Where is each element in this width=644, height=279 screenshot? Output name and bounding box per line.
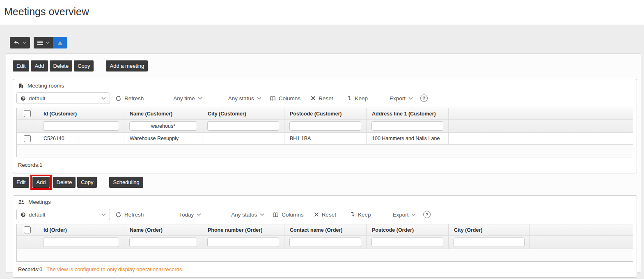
column-header[interactable]: Contact name (Order) <box>284 224 367 235</box>
column-header-empty <box>449 108 633 119</box>
add-button[interactable]: Add <box>32 177 49 188</box>
keep-button[interactable]: Keep <box>350 212 371 218</box>
x-icon <box>314 212 319 217</box>
refresh-button[interactable]: Refresh <box>115 95 144 101</box>
records-bar: Records:1 <box>13 157 637 173</box>
panel-title: Meetings <box>28 199 51 205</box>
meeting-rooms-grid: Id (Customer) Name (Customer) City (Cust… <box>16 108 633 157</box>
operational-records-notice: The view is configured to only display o… <box>46 266 183 272</box>
delete-button[interactable]: Delete <box>50 60 73 71</box>
column-header[interactable]: Address line 1 (Customer) <box>367 108 449 119</box>
column-header[interactable]: City (Customer) <box>202 108 284 119</box>
meetings-grid: Id (Order) Name (Order) Phone number (Or… <box>16 224 633 262</box>
globe-icon <box>21 96 26 101</box>
status-filter-dropdown[interactable]: Any status <box>231 212 264 218</box>
cell-name: Warehouse Resupply <box>124 133 202 144</box>
scheduling-button[interactable]: Scheduling <box>109 177 143 188</box>
menu-button[interactable] <box>34 37 53 48</box>
column-header[interactable]: Id (Customer) <box>38 108 124 119</box>
arrow-down-icon <box>350 212 355 217</box>
meetings-overview-panel: Edit Add Delete Copy Add a meeting Meeti… <box>6 53 641 273</box>
alerts-button[interactable] <box>53 37 67 48</box>
id-order-filter-input[interactable] <box>43 237 119 247</box>
add-a-meeting-button[interactable]: Add a meeting <box>106 60 148 71</box>
x-icon <box>311 96 316 101</box>
city-order-filter-input[interactable] <box>454 237 525 247</box>
select-all-checkbox[interactable] <box>24 226 31 233</box>
help-button[interactable]: ? <box>423 211 431 218</box>
export-dropdown[interactable]: Export <box>392 212 416 218</box>
chevron-down-icon <box>101 213 106 216</box>
view-select-value: default <box>29 212 99 218</box>
book-open-icon <box>273 212 279 217</box>
question-circle-icon: ? <box>423 211 431 218</box>
reset-button[interactable]: Reset <box>311 95 333 101</box>
hamburger-icon <box>37 40 43 45</box>
edit-button[interactable]: Edit <box>13 60 29 71</box>
columns-button[interactable]: Columns <box>270 95 300 101</box>
question-circle-icon: ? <box>420 95 428 102</box>
table-row[interactable]: C526140 Warehouse Resupply BH1 1BA 100 H… <box>17 133 633 145</box>
meetings-header: Meetings <box>13 196 637 208</box>
arrow-down-icon <box>346 95 352 101</box>
column-header[interactable]: Phone number (Order) <box>202 224 284 235</box>
chevron-down-icon <box>46 42 49 44</box>
select-all-cell <box>17 224 38 235</box>
columns-button[interactable]: Columns <box>273 212 303 218</box>
cell-address: 100 Hammers and Nails Lane <box>367 133 449 144</box>
filter-row <box>17 120 633 133</box>
undo-button[interactable] <box>10 37 30 48</box>
chevron-down-icon <box>408 97 413 100</box>
postcode-customer-filter-input[interactable] <box>289 121 361 131</box>
chevron-down-icon <box>23 42 26 44</box>
time-filter-dropdown[interactable]: Today <box>179 212 201 218</box>
postcode-order-filter-input[interactable] <box>371 237 443 247</box>
reset-button[interactable]: Reset <box>314 212 336 218</box>
select-all-cell <box>17 108 38 119</box>
refresh-icon <box>115 212 121 218</box>
column-header[interactable]: City (Order) <box>449 224 530 235</box>
header-row: Id (Customer) Name (Customer) City (Cust… <box>17 108 633 120</box>
column-header[interactable]: Postcode (Customer) <box>284 108 367 119</box>
page-title: Meetings overview <box>0 0 644 18</box>
chevron-down-icon <box>257 97 261 100</box>
address-customer-filter-input[interactable] <box>371 121 443 131</box>
add-button[interactable]: Add <box>31 60 48 71</box>
column-header[interactable]: Name (Customer) <box>124 108 202 119</box>
status-filter-dropdown[interactable]: Any status <box>228 95 261 101</box>
keep-button[interactable]: Keep <box>346 95 368 101</box>
view-select[interactable]: default <box>16 209 110 220</box>
cell-postcode: BH1 1BA <box>284 133 367 144</box>
copy-button[interactable]: Copy <box>74 60 94 71</box>
cell-city <box>202 133 284 144</box>
help-button[interactable]: ? <box>420 95 428 102</box>
meeting-rooms-filter-bar: default Refresh Any time <box>13 91 637 108</box>
phone-order-filter-input[interactable] <box>207 237 279 247</box>
edit-button[interactable]: Edit <box>13 177 29 188</box>
view-select[interactable]: default <box>16 92 110 104</box>
meeting-rooms-header: Meeting rooms <box>13 79 637 91</box>
undo-icon <box>14 40 20 46</box>
header-row: Id (Order) Name (Order) Phone number (Or… <box>17 224 633 236</box>
contact-order-filter-input[interactable] <box>289 237 361 247</box>
column-header[interactable]: Name (Order) <box>124 224 202 235</box>
column-header[interactable]: Postcode (Order) <box>367 224 449 235</box>
id-customer-filter-input[interactable] <box>43 121 119 131</box>
copy-button[interactable]: Copy <box>77 177 97 188</box>
delete-button[interactable]: Delete <box>53 177 76 188</box>
highlight-box: Add <box>30 175 51 190</box>
panel-title: Meeting rooms <box>28 83 64 89</box>
select-all-checkbox[interactable] <box>24 110 31 117</box>
page-header: Meetings overview <box>0 0 644 25</box>
building-icon <box>18 83 24 89</box>
row-checkbox[interactable] <box>24 135 31 142</box>
records-bar: Records:0 The view is configured to only… <box>13 262 637 277</box>
refresh-button[interactable]: Refresh <box>115 212 144 218</box>
name-customer-filter-input[interactable] <box>129 121 197 131</box>
time-filter-dropdown[interactable]: Any time <box>173 95 202 101</box>
column-header[interactable]: Id (Order) <box>38 224 124 235</box>
export-dropdown[interactable]: Export <box>390 95 413 101</box>
column-header-empty <box>530 224 633 235</box>
name-order-filter-input[interactable] <box>129 237 197 247</box>
city-customer-filter-input[interactable] <box>207 121 279 131</box>
